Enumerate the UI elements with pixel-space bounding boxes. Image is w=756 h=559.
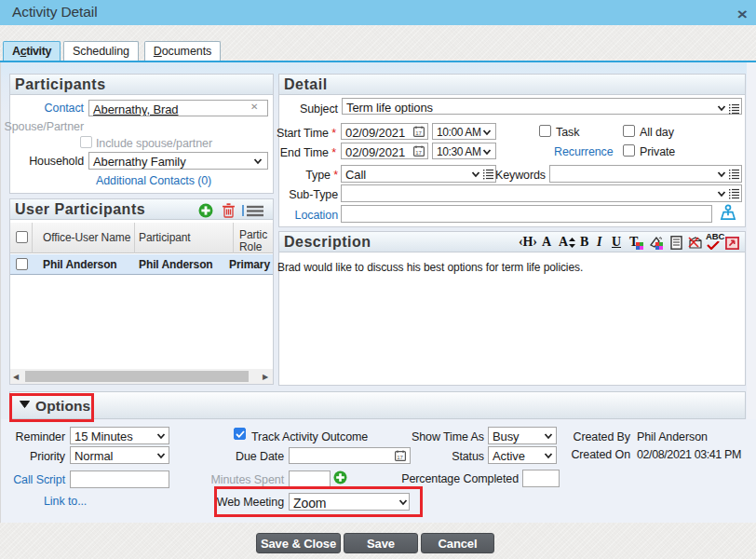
svg-text:17: 17: [415, 150, 422, 156]
svg-text:17: 17: [415, 130, 422, 136]
